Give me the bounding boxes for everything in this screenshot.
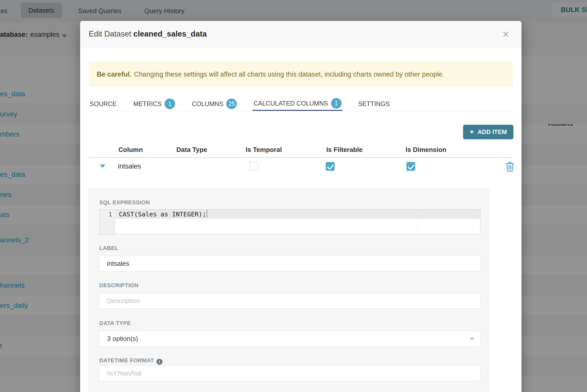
calculated-column-name: intsales — [118, 162, 141, 170]
is-filterable-checkbox[interactable] — [326, 162, 335, 171]
datetime-format-input[interactable] — [99, 366, 480, 381]
row-expand-caret-icon[interactable] — [100, 165, 105, 168]
column-header-data-type: Data Type — [176, 146, 207, 154]
tab-settings[interactable]: SETTINGS — [357, 92, 391, 111]
info-icon[interactable]: i — [156, 359, 162, 365]
delete-row-trash-icon[interactable] — [505, 161, 515, 172]
add-item-button[interactable]: + ADD ITEM — [463, 125, 513, 139]
columns-count-badge: 25 — [226, 99, 237, 109]
line-number: 1 — [100, 211, 112, 218]
tab-calculated-columns[interactable]: CALCULATED COLUMNS1 — [252, 92, 342, 111]
sql-code: CAST(Sales as INTEGER); — [119, 211, 206, 218]
screen: es Datasets Saved Queries Query History … — [0, 0, 587, 392]
calculated-columns-count-badge: 1 — [331, 98, 342, 109]
metrics-count-badge: 1 — [165, 99, 175, 109]
table-divider — [89, 157, 513, 158]
plus-icon: + — [470, 127, 474, 136]
modal-title-prefix: Edit Dataset — [89, 29, 131, 38]
chevron-down-icon — [470, 338, 475, 341]
modal-tabs: SOURCE METRICS1 COLUMNS25 CALCULATED COL… — [89, 92, 513, 111]
column-header-column: Column — [118, 146, 143, 154]
expanded-column-panel: SQL EXPRESSION 1 CAST(Sales as INTEGER);… — [88, 188, 489, 392]
sql-expression-editor[interactable]: 1 CAST(Sales as INTEGER); — [99, 209, 480, 235]
modal-title: Edit Dataset cleaned_sales_data — [89, 29, 207, 39]
modal-header: Edit Dataset cleaned_sales_data ✕ — [80, 21, 521, 48]
label-field-label: LABEL — [99, 245, 118, 251]
close-icon[interactable]: ✕ — [499, 28, 512, 41]
is-dimension-checkbox[interactable] — [406, 162, 415, 171]
modal-title-dataset-name: cleaned_sales_data — [134, 29, 207, 38]
warning-banner: Be careful. Changing these settings will… — [89, 61, 513, 87]
data-type-select[interactable]: 3 option(s) — [99, 331, 480, 346]
tab-source[interactable]: SOURCE — [89, 92, 118, 111]
description-field-label: DESCRIPTION — [99, 282, 139, 289]
data-type-field-label: DATA TYPE — [99, 320, 131, 326]
tab-metrics[interactable]: METRICS1 — [132, 92, 176, 111]
label-input[interactable] — [99, 256, 480, 271]
tab-columns[interactable]: COLUMNS25 — [191, 92, 238, 111]
column-header-is-temporal: Is Temporal — [246, 146, 282, 154]
column-header-is-filterable: Is Filterable — [326, 146, 363, 154]
text-cursor — [207, 210, 207, 218]
datetime-format-label: DATETIME FORMATi — [99, 357, 162, 365]
is-temporal-checkbox[interactable] — [250, 162, 258, 171]
warning-bold: Be careful. — [97, 71, 132, 78]
sql-expression-label: SQL EXPRESSION — [99, 199, 150, 206]
warning-text: Changing these settings will affect all … — [134, 71, 444, 78]
description-input[interactable] — [99, 293, 480, 309]
edit-dataset-modal: Edit Dataset cleaned_sales_data ✕ Be car… — [80, 21, 521, 392]
editor-gutter: 1 — [100, 210, 115, 234]
print-margin-line — [417, 210, 418, 234]
data-type-selected-value: 3 option(s) — [107, 335, 138, 343]
column-header-is-dimension: Is Dimension — [406, 146, 446, 154]
